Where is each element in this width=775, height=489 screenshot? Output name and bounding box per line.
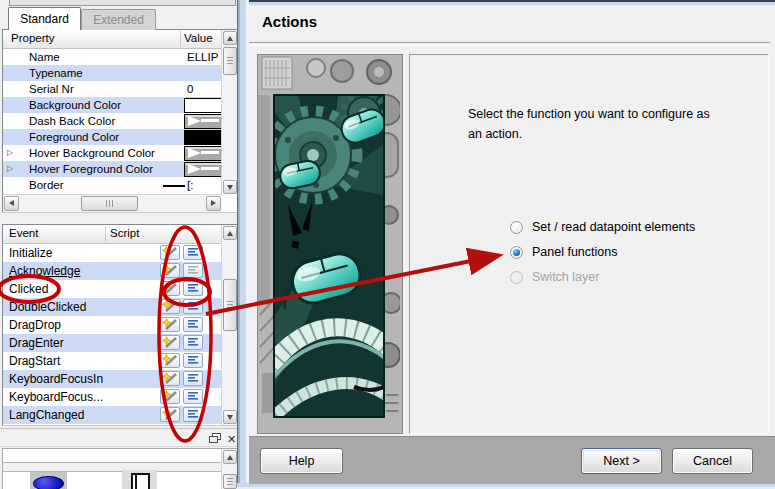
event-row-clicked[interactable]: Clicked (3, 280, 238, 298)
property-row-serial-nr[interactable]: Serial Nr 0 (3, 81, 238, 97)
script-editor-button[interactable] (183, 299, 203, 314)
script-editor-button[interactable] (183, 245, 203, 260)
tab-standard[interactable]: Standard (8, 7, 81, 30)
property-row-dash-back-color[interactable]: Dash Back Color (3, 113, 238, 129)
float-window-icon (209, 433, 221, 444)
script-wizard-wand-button[interactable] (160, 263, 180, 278)
property-table-vscrollbar[interactable] (221, 30, 238, 195)
event-row-langchanged[interactable]: LangChanged (3, 406, 238, 424)
arrow-up-icon (227, 231, 233, 236)
scroll-up-button[interactable] (223, 450, 237, 464)
property-value[interactable]: ELLIP (187, 49, 218, 65)
script-wizard-wand-button[interactable] (160, 335, 180, 350)
script-wizard-wand-button[interactable] (160, 245, 180, 260)
property-table: Property Value Name ELLIP Typename Seria… (2, 29, 239, 213)
event-table-vscrollbar[interactable] (221, 225, 238, 425)
script-editor-button[interactable] (183, 335, 203, 350)
event-row-acknowledge[interactable]: Acknowledge (3, 262, 238, 280)
radio-set-read-datapoint-elements[interactable]: Set / read datapoint elements (510, 217, 695, 237)
scroll-left-button[interactable] (4, 196, 19, 211)
color-swatch-pattern[interactable] (184, 114, 223, 129)
script-editor-button[interactable] (183, 317, 203, 332)
title-separator (249, 42, 770, 46)
catalog-item-ellipse[interactable] (30, 472, 67, 489)
close-panel-button[interactable]: ✕ (221, 432, 235, 445)
script-wizard-wand-button[interactable] (160, 407, 180, 422)
script-wizard-wand-button[interactable] (160, 281, 180, 296)
shape-catalog-panel (2, 448, 239, 489)
event-row-doubleclicked[interactable]: DoubleClicked (3, 298, 238, 316)
scroll-thumb[interactable] (81, 196, 138, 211)
event-row-dragenter[interactable]: DragEnter (3, 334, 238, 352)
border-style-value[interactable]: [: (163, 177, 193, 193)
script-wizard-wand-button[interactable] (160, 317, 180, 332)
catalog-separator (3, 462, 238, 472)
property-row-typename[interactable]: Typename (3, 65, 238, 81)
catalog-item-panel[interactable] (122, 470, 157, 489)
property-row-hover-background-color[interactable]: Hover Background Color (3, 145, 238, 161)
property-row-foreground-color[interactable]: Foreground Color (3, 129, 238, 145)
property-row-background-color[interactable]: Background Color (3, 97, 238, 113)
property-row-name[interactable]: Name ELLIP (3, 49, 238, 65)
column-header-value: Value (184, 32, 213, 44)
wizard-content-panel: Select the function you want to configur… (409, 54, 769, 434)
tab-extended[interactable]: Extended (81, 9, 156, 30)
arrow-down-icon (227, 415, 233, 420)
script-editor-button[interactable] (183, 407, 203, 422)
cancel-button[interactable]: Cancel (672, 448, 753, 474)
property-table-hscrollbar[interactable] (3, 194, 222, 212)
radio-switch-layer-disabled: Switch layer (510, 267, 599, 287)
scroll-up-button[interactable] (223, 226, 237, 240)
event-row-dragdrop[interactable]: DragDrop (3, 316, 238, 334)
radio-panel-functions[interactable]: Panel functions (510, 242, 617, 262)
property-row-border[interactable]: Border [: (3, 177, 238, 193)
script-editor-button[interactable] (183, 281, 203, 296)
dialog-button-bar: Help Next > Cancel (249, 436, 775, 484)
arrow-up-icon (227, 455, 233, 460)
property-table-header: Property Value (3, 30, 238, 49)
property-value[interactable]: 0 (187, 81, 193, 97)
scroll-thumb[interactable] (223, 474, 237, 489)
event-row-keyboardfocusout[interactable]: KeyboardFocus... (3, 388, 238, 406)
scroll-up-button[interactable] (223, 31, 237, 45)
color-swatch-white[interactable] (184, 98, 223, 113)
property-editor-panel: Extended Standard Property Value Name EL… (0, 0, 241, 489)
scroll-right-button[interactable] (206, 196, 221, 211)
event-row-keyboardfocusin[interactable]: KeyboardFocusIn (3, 370, 238, 388)
expand-arrow-icon[interactable] (7, 161, 13, 177)
event-row-dragstart[interactable]: DragStart (3, 352, 238, 370)
scroll-thumb[interactable] (223, 47, 237, 75)
float-panel-button[interactable] (203, 432, 217, 445)
event-table-header: Event Script (3, 225, 238, 244)
next-button[interactable]: Next > (581, 448, 662, 474)
splitter-handle[interactable] (9, 0, 236, 6)
script-wizard-wand-button[interactable] (160, 389, 180, 404)
column-header-script: Script (110, 227, 139, 239)
scroll-down-button[interactable] (223, 410, 237, 424)
color-swatch-black[interactable] (184, 130, 223, 145)
arrow-up-icon (227, 36, 233, 41)
script-wizard-wand-button[interactable] (160, 299, 180, 314)
radio-selected-icon[interactable] (510, 246, 523, 259)
arrow-down-icon (227, 185, 233, 190)
script-editor-button-disabled (183, 263, 203, 278)
script-editor-button[interactable] (183, 389, 203, 404)
expand-arrow-icon[interactable] (7, 145, 13, 161)
catalog-vscrollbar[interactable] (221, 449, 238, 489)
scroll-down-button[interactable] (223, 180, 237, 194)
script-editor-button[interactable] (183, 371, 203, 386)
event-row-initialize[interactable]: Initialize (3, 244, 238, 262)
radio-unselected-icon[interactable] (510, 221, 523, 234)
color-swatch-pattern[interactable] (184, 162, 223, 177)
dialog-title: Actions (262, 13, 317, 30)
script-editor-button[interactable] (183, 353, 203, 368)
script-wizard-wand-button[interactable] (160, 353, 180, 368)
property-row-hover-foreground-color[interactable]: Hover Foreground Color (3, 161, 238, 177)
scroll-thumb[interactable] (223, 279, 237, 331)
arrow-right-icon (211, 200, 216, 206)
color-swatch-pattern[interactable] (184, 146, 223, 161)
script-wizard-wand-button[interactable] (160, 371, 180, 386)
help-button[interactable]: Help (260, 448, 343, 474)
column-header-property: Property (11, 32, 54, 44)
panel-shape-icon (131, 473, 150, 489)
